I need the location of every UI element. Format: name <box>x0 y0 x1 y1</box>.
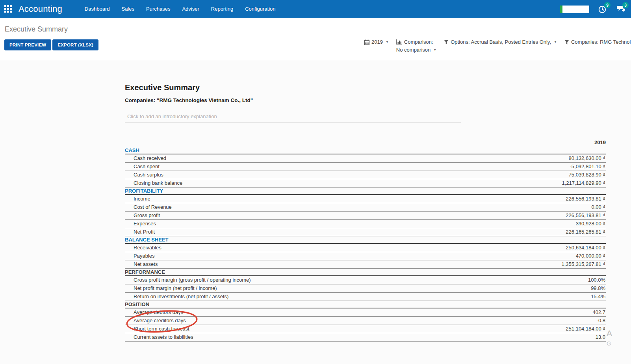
messages-count-badge: 3 <box>622 2 629 8</box>
row-label: Receivables <box>125 244 161 252</box>
row-value: 99.8% <box>591 284 606 292</box>
companies-filter[interactable]: Companies: RMG Technolog <box>564 39 631 45</box>
row-label: Average creditors days <box>125 317 186 325</box>
row-value: 0.00 ₫ <box>591 203 606 211</box>
chevron-down-icon: ▼ <box>433 48 436 52</box>
menu-item-configuration[interactable]: Configuration <box>239 0 281 18</box>
messages-icon[interactable]: 3 <box>616 4 625 14</box>
action-buttons: PRINT PREVIEW EXPORT (XLSX) <box>4 39 98 50</box>
report-title: Executive Summary <box>125 83 200 92</box>
table-row: Net profit margin (net profit / income)9… <box>125 284 606 293</box>
row-value: 402.7 <box>592 308 606 316</box>
companies-filter-label: Companies: RMG Technolog <box>571 39 631 45</box>
user-box[interactable] <box>560 6 589 13</box>
row-label: Gross profit <box>125 212 160 219</box>
row-label: Return on investments (net profit / asse… <box>125 293 228 301</box>
row-label: Cash surplus <box>125 171 163 179</box>
table-row: Closing bank balance1,217,114,829.90 ₫ <box>125 179 606 188</box>
row-value: 250,634,184.00 ₫ <box>566 244 606 252</box>
apps-menu-icon[interactable] <box>4 5 13 13</box>
systray: 9 3 <box>560 0 625 18</box>
row-label: Net assets <box>125 260 158 268</box>
table-row: Income226,556,193.81 ₫ <box>125 195 606 203</box>
section-header-label: CASH <box>125 147 139 153</box>
menu-item-purchases[interactable]: Purchases <box>140 0 176 18</box>
menu-item-adviser[interactable]: Adviser <box>176 0 205 18</box>
comparison-filter-value: No comparison <box>396 47 431 53</box>
row-label: Average debtors days <box>125 308 183 316</box>
row-value: -0.8 <box>597 317 606 325</box>
row-value: 251,104,184.00 ₫ <box>566 325 606 333</box>
menu-item-reporting[interactable]: Reporting <box>205 0 239 18</box>
row-label: Expenses <box>125 220 156 228</box>
table-row: Return on investments (net profit / asse… <box>125 293 606 301</box>
menu-item-label: Dashboard <box>85 6 110 12</box>
activity-count-badge: 9 <box>604 2 611 8</box>
menu-item-label: Sales <box>121 6 134 12</box>
row-value: -5,092,801.10 ₫ <box>570 163 606 171</box>
row-value: 80,132,630.00 ₫ <box>569 154 606 162</box>
section-header-label: BALANCE SHEET <box>125 237 169 243</box>
row-label: Closing bank balance <box>125 179 182 187</box>
row-value: 226,556,193.81 ₫ <box>566 195 606 203</box>
watermark-line1: A <box>607 329 612 338</box>
row-value: 15.4% <box>591 293 606 301</box>
table-row: Cash surplus75,039,828.90 ₫ <box>125 171 606 179</box>
funnel-icon <box>444 40 449 45</box>
row-label: Cost of Revenue <box>125 203 172 211</box>
menu-item-label: Reporting <box>211 6 233 12</box>
comparison-filter[interactable]: Comparison: No comparison ▼ <box>396 39 436 53</box>
menu-item-dashboard[interactable]: Dashboard <box>79 0 116 18</box>
table-row: Average creditors days-0.8 <box>125 317 606 325</box>
row-label: Net profit margin (net profit / income) <box>125 284 217 292</box>
export-xlsx-button[interactable]: EXPORT (XLSX) <box>52 39 98 50</box>
print-preview-button[interactable]: PRINT PREVIEW <box>4 39 51 50</box>
row-value: 1,355,315,267.81 ₫ <box>562 260 606 268</box>
period-filter[interactable]: 2019 ▼ <box>364 39 389 45</box>
report-subtitle: Companies: "RMG Technologies Vietnam Co.… <box>125 97 253 103</box>
row-value: 390,928.00 ₫ <box>576 220 606 228</box>
chevron-down-icon: ▼ <box>386 40 389 44</box>
app-brand[interactable]: Accounting <box>19 4 62 14</box>
options-filter-label: Options: Accrual Basis, Posted Entries O… <box>451 39 551 45</box>
menu-item-label: Adviser <box>182 6 199 12</box>
row-value: 100.0% <box>588 276 606 284</box>
menu-item-label: Configuration <box>245 6 275 12</box>
intro-explanation-input[interactable]: Click to add an introductory explanation <box>125 113 461 123</box>
row-label: Current assets to liabilities <box>125 333 193 341</box>
watermark: A G <box>607 329 612 347</box>
row-label: Cash spent <box>125 163 160 171</box>
section-header-performance: PERFORMANCE <box>125 269 606 276</box>
row-value: 75,039,828.90 ₫ <box>569 171 606 179</box>
period-filter-label: 2019 <box>371 39 383 45</box>
menu-item-sales[interactable]: Sales <box>115 0 140 18</box>
section-header-position: POSITION <box>125 301 606 308</box>
row-label: Cash received <box>125 154 166 162</box>
section-header-balance-sheet[interactable]: BALANCE SHEET <box>125 236 606 244</box>
table-row: Cost of Revenue0.00 ₫ <box>125 203 606 212</box>
options-filter[interactable]: Options: Accrual Basis, Posted Entries O… <box>444 39 557 45</box>
main-menu: DashboardSalesPurchasesAdviserReportingC… <box>79 0 282 18</box>
activity-clock-icon[interactable]: 9 <box>598 4 607 14</box>
table-row: Gross profit margin (gross profit / oper… <box>125 276 606 284</box>
table-row: Current assets to liabilities13.0 <box>125 333 606 342</box>
row-label: Net Profit <box>125 228 155 236</box>
section-header-cash[interactable]: CASH <box>125 147 606 154</box>
row-value: 1,217,114,829.90 ₫ <box>562 179 606 187</box>
row-value: 470,000.00 ₫ <box>576 252 606 260</box>
report-filters: 2019 ▼ Comparison: No comparison ▼ <box>364 39 631 53</box>
top-navbar: Accounting DashboardSalesPurchasesAdvise… <box>0 0 631 18</box>
table-row: Net Profit226,165,265.81 ₫ <box>125 228 606 236</box>
row-label: Short term cash forecast <box>125 325 189 333</box>
section-header-label: PROFITABILITY <box>125 188 163 194</box>
table-row: Payables470,000.00 ₫ <box>125 252 606 260</box>
table-row: Cash received80,132,630.00 ₫ <box>125 154 606 163</box>
row-label: Payables <box>125 252 154 260</box>
comparison-filter-label: Comparison: <box>404 39 433 45</box>
section-header-profitability[interactable]: PROFITABILITY <box>125 188 606 195</box>
table-row: Gross profit226,556,193.81 ₫ <box>125 212 606 220</box>
row-value: 226,556,193.81 ₫ <box>566 212 606 219</box>
table-row: Average debtors days402.7 <box>125 308 606 317</box>
table-row: Short term cash forecast251,104,184.00 ₫ <box>125 325 606 333</box>
control-panel: Executive Summary PRINT PREVIEW EXPORT (… <box>0 18 631 60</box>
